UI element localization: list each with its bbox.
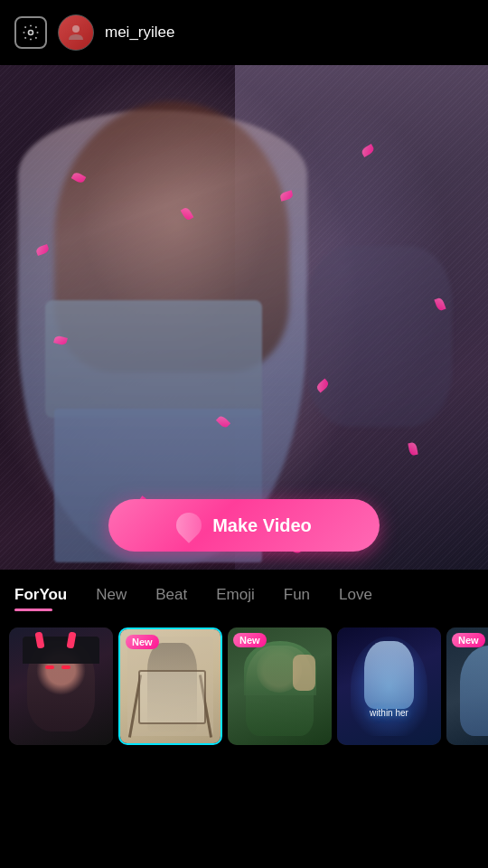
- thumbnail-4[interactable]: within her: [337, 627, 441, 745]
- tab-emoji[interactable]: Emoji: [202, 579, 269, 611]
- thumbnail-3-badge: New: [233, 633, 267, 647]
- tab-beat[interactable]: Beat: [141, 579, 202, 611]
- thumbnail-1[interactable]: [9, 627, 113, 745]
- thumbnail-5-badge: New: [452, 633, 485, 647]
- make-video-button[interactable]: Make Video: [108, 499, 380, 552]
- thumbnail-5[interactable]: New: [446, 627, 488, 745]
- svg-point-1: [72, 25, 80, 33]
- tab-for-you[interactable]: ForYou: [14, 579, 81, 611]
- tab-fun[interactable]: Fun: [269, 579, 324, 611]
- svg-point-0: [29, 31, 33, 35]
- thumbnail-2[interactable]: New: [118, 627, 222, 745]
- top-bar: mei_ryilee: [0, 0, 488, 65]
- settings-icon[interactable]: [14, 16, 47, 49]
- avatar[interactable]: [58, 14, 94, 51]
- right-side-element: [307, 246, 452, 427]
- tab-new[interactable]: New: [81, 579, 141, 611]
- thumbnails-row: New New within her New: [0, 620, 488, 754]
- video-area: Make Video: [0, 65, 488, 570]
- thumbnail-3[interactable]: New: [228, 627, 332, 745]
- tabs-bar: ForYou New Beat Emoji Fun Love: [0, 570, 488, 620]
- tab-love[interactable]: Love: [324, 579, 387, 611]
- clothing-top: [45, 300, 262, 418]
- within-her-text: within her: [370, 708, 408, 718]
- username-label: mei_ryilee: [105, 24, 174, 42]
- figure-layer: [0, 65, 488, 570]
- thumbnail-2-badge: New: [126, 635, 159, 649]
